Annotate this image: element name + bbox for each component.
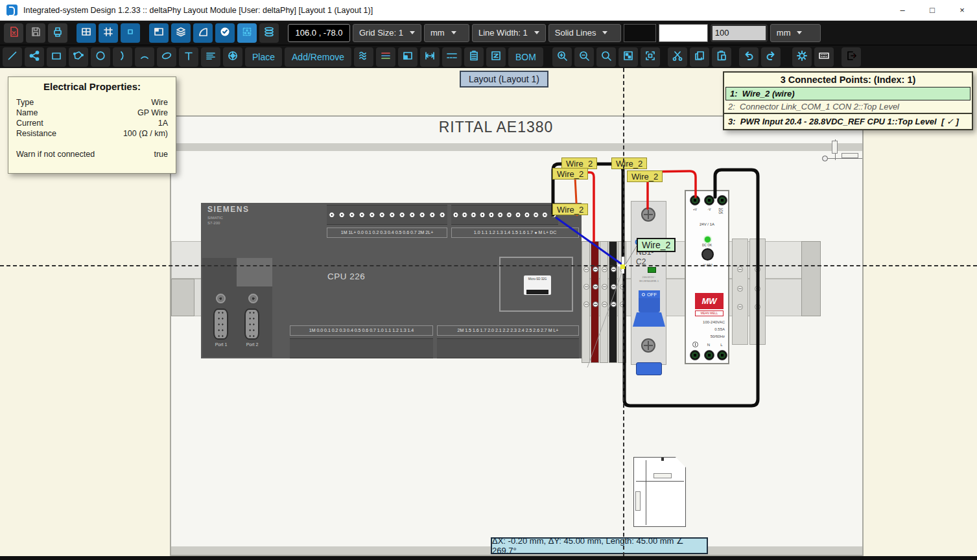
zoom-out-button[interactable]	[574, 47, 594, 67]
grid-point-button[interactable]	[121, 23, 140, 43]
ellipse-tool-button[interactable]	[157, 47, 176, 67]
zoom-fit-button[interactable]	[618, 47, 638, 67]
curve-tool-button[interactable]	[135, 47, 154, 67]
stack-button[interactable]	[259, 23, 279, 43]
psu-dcok-label: DC OK	[716, 208, 725, 215]
add-remove-button[interactable]: Add/Remove	[285, 47, 351, 67]
port1-connector[interactable]	[213, 309, 228, 340]
plc-brand: SIEMENS	[207, 205, 250, 214]
validate-button[interactable]	[215, 23, 235, 43]
power-supply-meanwell[interactable]: +V -V DC OK 24V / 1A DC OK +V ADJ MW MEA…	[685, 190, 729, 364]
plc-terminal-strip-top-1[interactable]	[327, 205, 447, 225]
rectangle-tool-button[interactable]	[47, 47, 66, 67]
line-tool-button[interactable]	[3, 47, 22, 67]
plc-cpu226[interactable]: SIEMENS SIMATIC S7-200 SF RUN STOP CPU 2…	[201, 203, 582, 358]
terminal-strip-red[interactable]	[591, 241, 599, 363]
save-button[interactable]	[26, 23, 45, 43]
connected-point-item[interactable]: 3: PWR Input 20.4 - 28.8VDC_REF CPU 1::T…	[724, 113, 972, 129]
exit-button[interactable]	[842, 47, 861, 67]
wire-label-selected[interactable]: Wire_2	[637, 238, 676, 252]
print-button[interactable]	[48, 23, 67, 43]
terminal-strip-gray-1[interactable]	[582, 241, 590, 363]
align-tool-button[interactable]	[201, 47, 220, 67]
wire-label-3[interactable]: Wire_2	[611, 158, 647, 169]
voltage-adjust-knob[interactable]	[701, 248, 714, 261]
psu-terminal-l[interactable]	[717, 350, 727, 360]
dashed-line-button[interactable]	[442, 47, 462, 67]
search-button[interactable]	[596, 47, 616, 67]
corner-layout-button[interactable]	[149, 23, 169, 43]
polygon-tool-button[interactable]	[69, 47, 88, 67]
copy-button[interactable]	[690, 47, 709, 67]
arc-shape-button[interactable]	[193, 23, 213, 43]
dim-label-box-2	[842, 153, 858, 158]
scale-input[interactable]: 100	[711, 24, 768, 42]
scale-unit-dropdown[interactable]: mm	[770, 24, 821, 42]
keyboard-button[interactable]	[814, 47, 834, 67]
plc-terminal-strip-bottom-2[interactable]	[437, 338, 579, 358]
wire-label-4[interactable]: Wire_2	[627, 170, 663, 182]
snap-grid-button[interactable]	[99, 23, 118, 43]
circle-tool-button[interactable]	[91, 47, 110, 67]
plc-terminal-strip-top-2[interactable]	[451, 205, 558, 225]
dimension-tool-button[interactable]	[420, 47, 440, 67]
psu-terminal-n[interactable]	[704, 350, 714, 360]
line-width-dropdown[interactable]: Line Width: 1	[472, 24, 546, 42]
line-color-swatch[interactable]	[624, 24, 656, 42]
zoom-selection-button[interactable]	[641, 47, 660, 67]
undo-button[interactable]	[739, 47, 759, 67]
bom-button[interactable]: BOM	[508, 47, 543, 67]
psu-terminal-plus[interactable]	[690, 195, 700, 205]
arc-tool-button[interactable]	[113, 47, 132, 67]
fill-color-swatch[interactable]	[659, 24, 708, 42]
terminal-column-1[interactable]	[732, 239, 748, 345]
paste-button[interactable]	[712, 47, 731, 67]
wire-label-5[interactable]: Wire_2	[552, 204, 588, 215]
cut-button[interactable]	[668, 47, 687, 67]
breaker-top-screw[interactable]	[641, 207, 655, 222]
place-button[interactable]: Place	[245, 47, 282, 67]
polyline-tool-button[interactable]	[25, 47, 44, 67]
psu-terminal-gnd[interactable]	[690, 350, 700, 360]
grid-unit-dropdown[interactable]: mm	[424, 24, 469, 42]
maximize-button[interactable]: □	[917, 0, 947, 20]
panel-tool-button[interactable]	[398, 47, 418, 67]
rail-end-block-right[interactable]	[801, 241, 821, 316]
terminal-strip-gray-2[interactable]	[600, 241, 608, 363]
detail-drawing[interactable]	[633, 457, 686, 527]
plc-terminal-strip-bottom-1[interactable]	[290, 338, 433, 358]
grid-size-dropdown[interactable]: Grid Size: 1	[353, 24, 421, 42]
circuit-breaker-nb1[interactable]: C NB1-63 C2 240/415V~IEC/EN60898-1 OFF	[631, 201, 666, 365]
close-button[interactable]: ×	[947, 0, 977, 20]
notes-button[interactable]	[464, 47, 484, 67]
wire-label-2[interactable]: Wire_2	[552, 168, 588, 180]
redo-icon	[765, 50, 777, 64]
zoom-in-button[interactable]	[552, 47, 572, 67]
redo-button[interactable]	[761, 47, 781, 67]
export-file-button[interactable]	[4, 23, 23, 43]
layers-button[interactable]	[171, 23, 191, 43]
minimize-button[interactable]: –	[888, 0, 917, 20]
origin-tool-button[interactable]	[223, 47, 242, 67]
breaker-bottom-screw[interactable]	[641, 338, 655, 353]
wire-colors-button[interactable]	[376, 47, 395, 67]
layout-tab[interactable]: Layout (Layout 1)	[460, 71, 548, 88]
line-style-dropdown[interactable]: Solid Lines	[548, 24, 621, 42]
rail-end-block-left[interactable]	[171, 279, 194, 316]
connected-point-item[interactable]: 2: Connector Link_COM_1 CON 2::Top Level	[724, 100, 972, 113]
freehand-tool-button[interactable]	[354, 47, 373, 67]
settings-button[interactable]	[792, 47, 812, 67]
selection-mode-button[interactable]	[237, 23, 257, 43]
breaker-toggle[interactable]	[639, 298, 660, 312]
terminal-strip-black[interactable]	[609, 241, 617, 363]
grid-view-button[interactable]	[77, 23, 96, 43]
connected-point-item[interactable]: 1: Wire_2 (wire)	[725, 87, 971, 100]
port2-connector[interactable]	[244, 309, 259, 340]
terminal-column-2[interactable]	[749, 239, 766, 345]
breaker-off-button[interactable]: OFF	[639, 290, 660, 298]
psu-terminal-minus[interactable]	[704, 195, 714, 205]
psu-terminal-dcok[interactable]	[717, 195, 727, 205]
psu-spec-voltage: 100-240VAC	[690, 319, 725, 326]
text-tool-button[interactable]	[179, 47, 198, 67]
levels-button[interactable]	[486, 47, 506, 67]
